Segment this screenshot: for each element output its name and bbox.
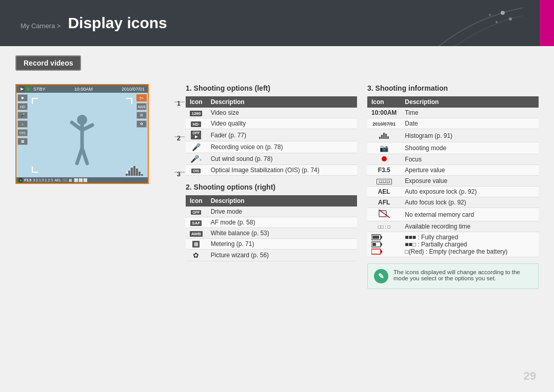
table-row: ⊞ Metering (p. 71) bbox=[186, 239, 357, 250]
col-desc-header: Description bbox=[207, 96, 357, 108]
icon-cell: ⊞ bbox=[186, 239, 207, 250]
table-row: AEL Auto exposure lock (p. 92) bbox=[367, 187, 539, 197]
desc-cell: Metering (p. 71) bbox=[207, 239, 357, 250]
annotation-2: 2 bbox=[177, 134, 181, 142]
battery-desc-cell: ■■■ : Fully charged ■■□ : Partially char… bbox=[401, 232, 539, 257]
svg-rect-20 bbox=[379, 211, 386, 217]
header-decoration bbox=[410, 8, 523, 46]
shooting-left-title: 1. Shooting options (left) bbox=[186, 84, 357, 92]
svg-rect-15 bbox=[379, 137, 381, 139]
icon-ois: OIS bbox=[191, 169, 201, 173]
svg-rect-26 bbox=[372, 243, 376, 246]
svg-rect-16 bbox=[381, 135, 383, 139]
svg-point-2 bbox=[496, 21, 498, 23]
table-row: Histogram (p. 91) bbox=[367, 129, 539, 142]
icon-battery-half bbox=[371, 241, 383, 247]
icon-cell: SAF bbox=[186, 217, 207, 228]
icon-wizard: ✿ bbox=[193, 251, 199, 259]
col-desc-header: Description bbox=[207, 195, 357, 207]
icon-cell: 🎤× bbox=[186, 153, 207, 165]
shooting-left-section: 1. Shooting options (left) Icon Descript… bbox=[186, 84, 357, 176]
table-row: Focus bbox=[367, 154, 539, 165]
shooting-options-column: 1. Shooting options (left) Icon Descript… bbox=[186, 84, 357, 289]
col-icon-header: Icon bbox=[186, 195, 207, 207]
icon-metering: ⊞ bbox=[192, 241, 200, 247]
col-icon-header: Icon bbox=[367, 96, 401, 108]
main-content: Record videos ▶ STBY 10:00AM 2010/07/01 bbox=[0, 46, 554, 298]
camera-date: 2010/07/01 bbox=[122, 87, 145, 92]
desc-cell: AF mode (p. 58) bbox=[207, 217, 357, 228]
icon-battery-full bbox=[371, 234, 383, 240]
icon-f35: F3.5 bbox=[378, 167, 390, 174]
desc-cell: Cut wind sound (p. 78) bbox=[207, 153, 357, 165]
icon-cell: □□ : □ bbox=[367, 221, 401, 232]
svg-rect-23 bbox=[372, 236, 379, 239]
icon-battery-empty bbox=[371, 249, 383, 255]
table-row: 1280 Video size bbox=[186, 108, 357, 118]
cam-icon-wind: ≈ bbox=[17, 120, 28, 128]
svg-rect-11 bbox=[141, 174, 143, 176]
camera-bottom-bar: ● F3.5 3 2 1 0 1 2 3 AEL □□ ▦ ⬜⬜⬜ bbox=[16, 177, 148, 183]
svg-rect-8 bbox=[133, 166, 135, 176]
icon-cell: AEL bbox=[367, 187, 401, 197]
desc-cell: Focus bbox=[401, 154, 539, 165]
table-row: No external memory card bbox=[367, 208, 539, 221]
page-title: Display icons bbox=[68, 14, 167, 32]
icon-cell bbox=[367, 129, 401, 142]
table-row: 1.2.1.2.1.3 Exposure value bbox=[367, 176, 539, 187]
svg-rect-7 bbox=[131, 168, 133, 176]
icon-cell: 2010/07/01 bbox=[367, 118, 401, 129]
header: My Camera > Display icons bbox=[0, 0, 554, 46]
col-desc-header: Description bbox=[401, 96, 539, 108]
shooting-right-title: 2. Shooting options (right) bbox=[186, 183, 357, 191]
desc-cell: No external memory card bbox=[401, 208, 539, 221]
svg-rect-5 bbox=[126, 174, 128, 176]
desc-cell: Auto focus lock (p. 92) bbox=[401, 197, 539, 208]
cam-icon-ois: OIS bbox=[17, 129, 28, 136]
svg-rect-18 bbox=[385, 134, 387, 139]
icon-shooting-mode: 📷 bbox=[380, 144, 388, 152]
icon-ael: AEL bbox=[378, 188, 390, 195]
focus-corner-tl bbox=[32, 98, 38, 104]
icon-exposure: 1.2.1.2.1.3 bbox=[377, 179, 392, 184]
desc-cell: Exposure value bbox=[401, 176, 539, 187]
annotation-1: 1 bbox=[177, 99, 181, 107]
desc-cell: Date bbox=[401, 118, 539, 129]
cam-icon-r3: ⊞ bbox=[136, 112, 147, 119]
breadcrumb: My Camera > bbox=[21, 22, 61, 30]
shooting-right-table: Icon Description OFF Drive mode SAF bbox=[186, 195, 357, 261]
table-row: OFF Drive mode bbox=[186, 207, 357, 217]
icon-cell: 10:00AM bbox=[367, 108, 401, 118]
cam-icon-extra: ▦ bbox=[17, 138, 28, 145]
desc-cell: Recording voice on (p. 78) bbox=[207, 141, 357, 153]
icon-time: 10:00AM bbox=[371, 109, 397, 116]
col-icon-header: Icon bbox=[186, 96, 207, 108]
shooting-info-column: 3. Shooting information Icon Description… bbox=[367, 84, 539, 289]
info-note: ✎ The icons displayed will change accord… bbox=[367, 263, 539, 289]
table-row: AWB White balance (p. 53) bbox=[186, 228, 357, 239]
svg-rect-19 bbox=[387, 136, 389, 139]
info-note-text: The icons displayed will change accordin… bbox=[393, 269, 532, 281]
table-row: AFL Auto focus lock (p. 92) bbox=[367, 197, 539, 208]
icon-histogram bbox=[379, 131, 389, 139]
icon-wind: 🎤 bbox=[190, 155, 199, 163]
desc-cell: Histogram (p. 91) bbox=[401, 129, 539, 142]
icon-cell: 1280 bbox=[186, 108, 207, 118]
desc-cell: Available recording time bbox=[401, 221, 539, 232]
cam-icon-video: ▶ bbox=[17, 94, 28, 101]
desc-cell: Optical Image Stabilization (OIS) (p. 74… bbox=[207, 165, 357, 176]
icon-mic: 🎤 bbox=[192, 143, 201, 151]
table-row: □□ : □ Available recording time bbox=[367, 221, 539, 232]
focus-corner-bl bbox=[32, 167, 38, 173]
icon-battery-group bbox=[371, 234, 397, 255]
icon-1280: 1280 bbox=[190, 111, 202, 116]
camera-screen: ▶ STBY 10:00AM 2010/07/01 ▶ HD 🎤 ≈ OIS ▦ bbox=[15, 84, 149, 184]
shooting-left-table: Icon Description 1280 Video size HD· bbox=[186, 96, 357, 176]
table-row: HD· Video quality bbox=[186, 118, 357, 129]
battery-partial-label: ■■□ : Partially charged bbox=[405, 241, 467, 248]
icon-cell: 📷 bbox=[367, 142, 401, 154]
desc-cell: Drive mode bbox=[207, 207, 357, 217]
desc-cell: Aperture value bbox=[401, 165, 539, 176]
record-videos-badge: Record videos bbox=[15, 55, 81, 71]
camera-time: 10:00AM bbox=[74, 87, 93, 92]
